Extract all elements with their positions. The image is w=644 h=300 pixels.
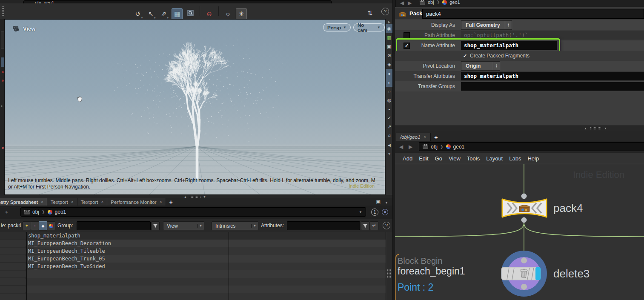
menu-help[interactable]: Help: [527, 155, 539, 162]
transfer-groups-field[interactable]: [461, 82, 644, 91]
viewport-3d[interactable]: View Persp▼ No cam▼ Left mouse tumbles. …: [4, 19, 385, 195]
path-attribute-field[interactable]: op:`opfullpath('.')`: [461, 31, 644, 40]
help-icon[interactable]: ?: [381, 8, 389, 15]
menu-layout[interactable]: Layout: [486, 155, 503, 162]
attributes-label: Attributes:: [261, 223, 284, 229]
intrinsics-select[interactable]: Intrinsics▼: [212, 221, 258, 230]
settings-gear-icon[interactable]: ✳: [236, 8, 247, 20]
row-handle[interactable]: [0, 263, 26, 270]
back-icon[interactable]: ◀: [400, 0, 404, 6]
crumb-parent[interactable]: obj: [32, 209, 39, 215]
transform-tool-icon[interactable]: ⇗▾: [159, 9, 169, 20]
primitives-mode-icon[interactable]: ◆: [39, 221, 47, 230]
crumb-parent[interactable]: obj: [431, 144, 438, 150]
network-path-field[interactable]: obj ❯ geo1: [419, 142, 644, 151]
apply-arrow-icon[interactable]: ↵: [370, 221, 378, 230]
spreadsheet-path-bar: ➧ obj ❯ geo1 ▼ 1: [0, 206, 392, 220]
rail-highlight-fragment[interactable]: [1, 57, 4, 67]
param-row-path-attribute: Path Attribute op:`opfullpath('.')`: [395, 30, 644, 40]
attributes-input[interactable]: [287, 221, 360, 230]
transfer-attributes-field[interactable]: shop_materialpath: [461, 72, 644, 80]
delete-node-shape[interactable]: [501, 267, 541, 280]
tab-performance-monitor[interactable]: Performance Monitor×: [107, 198, 166, 206]
point-marker-icon[interactable]: •: [386, 105, 393, 114]
jump-arrow-icon[interactable]: ➧: [4, 209, 9, 215]
spinner-arrows[interactable]: ▲▼: [505, 21, 512, 29]
tab-geometry-spreadsheet[interactable]: Geometry Spreadsheet×: [0, 198, 47, 206]
row-handle[interactable]: [0, 240, 26, 247]
path-parent[interactable]: obj: [428, 0, 434, 5]
pane-maximize-icon[interactable]: ▣: [376, 199, 381, 205]
rail-more-icon[interactable]: ▾: [386, 149, 393, 158]
menu-labs[interactable]: Labs: [509, 155, 521, 162]
vertex-mode-icon[interactable]: •: [31, 221, 39, 230]
node-name-field[interactable]: pack4: [422, 9, 644, 19]
row-handle[interactable]: [0, 286, 26, 293]
close-icon[interactable]: ×: [160, 200, 162, 204]
view-count-badge[interactable]: 1: [371, 209, 378, 216]
sheet-scroll-grip[interactable]: [387, 269, 391, 278]
close-icon[interactable]: ×: [41, 200, 43, 204]
character-pick-icon[interactable]: ◍: [386, 96, 393, 105]
menu-add[interactable]: Add: [403, 155, 412, 162]
points-mode-icon[interactable]: ✦: [23, 221, 31, 230]
close-icon[interactable]: ×: [424, 134, 426, 139]
row-handle[interactable]: [0, 248, 26, 254]
pivot-dropdown[interactable]: Origin ▲▼: [461, 61, 500, 71]
view-tool-icon[interactable]: ↺▾: [133, 9, 143, 20]
point-numbers-icon[interactable]: ¹²: [386, 131, 393, 140]
group-filter-icon[interactable]: [151, 221, 160, 230]
tab-textport-2[interactable]: Textport×: [77, 198, 108, 206]
add-network-tab-button[interactable]: +: [431, 134, 441, 141]
perspective-menu[interactable]: Persp▼: [323, 23, 351, 31]
menu-edit[interactable]: Edit: [419, 155, 428, 162]
row-handle[interactable]: [0, 278, 26, 285]
flag-icon[interactable]: ◄: [386, 140, 393, 149]
display-options-icon[interactable]: ☼: [223, 9, 233, 20]
row-handle[interactable]: [0, 271, 26, 277]
path-field[interactable]: obj ❯ geo1 ▼: [20, 207, 366, 217]
column-header[interactable]: shop_materialpath: [27, 232, 386, 240]
vector-icon[interactable]: ↗: [386, 123, 393, 131]
select-tool-icon[interactable]: ↖▾: [146, 9, 156, 20]
add-tab-button[interactable]: +: [166, 199, 176, 206]
crumb-node[interactable]: geo1: [55, 209, 66, 215]
display-as-dropdown[interactable]: Full Geometry ▲▼: [461, 20, 512, 30]
pane-menu-icon[interactable]: ▼: [385, 201, 388, 205]
view-select[interactable]: View▼: [163, 221, 204, 230]
spinner-arrows[interactable]: ▲▼: [493, 62, 500, 70]
menu-go[interactable]: Go: [435, 155, 442, 162]
close-icon[interactable]: ×: [101, 200, 103, 204]
row-handle[interactable]: [0, 255, 26, 262]
close-icon[interactable]: ×: [71, 200, 74, 204]
crumb-node[interactable]: geo1: [453, 144, 465, 150]
light-off-icon[interactable]: ⊗: [386, 51, 393, 60]
box-zoom-icon[interactable]: [186, 8, 196, 19]
forward-icon[interactable]: ▶: [408, 0, 412, 6]
attributes-filter-icon[interactable]: [361, 221, 369, 230]
create-packed-checkbox[interactable]: ✓: [462, 53, 468, 59]
menu-view[interactable]: View: [449, 155, 461, 162]
snapping-disabled-icon[interactable]: ⊖: [204, 9, 215, 20]
network-editor[interactable]: Indie Edition: [395, 164, 644, 300]
pack-node-label: pack4: [553, 202, 583, 215]
row-handle[interactable]: [0, 294, 26, 300]
sort-order-icon[interactable]: ⇅: [365, 8, 375, 19]
menu-tools[interactable]: Tools: [467, 155, 480, 162]
name-attribute-field[interactable]: shop_materialpath: [461, 41, 557, 50]
chevron-down-icon[interactable]: ▼: [359, 210, 362, 214]
current-node-label: le: pack4: [1, 223, 21, 229]
network-tab[interactable]: /obj/geo1×: [396, 133, 431, 141]
tab-textport-1[interactable]: Textport×: [47, 198, 77, 206]
help-icon[interactable]: ?: [383, 222, 390, 229]
show-packed-icon[interactable]: ▦: [172, 8, 183, 20]
back-icon[interactable]: ◀: [399, 144, 403, 150]
forward-icon[interactable]: ▶: [409, 144, 412, 150]
normals-icon[interactable]: ✓: [386, 114, 393, 123]
row-handle[interactable]: [0, 232, 26, 239]
follow-target-icon[interactable]: [382, 209, 388, 215]
path-node[interactable]: geo1: [449, 0, 460, 5]
detail-mode-icon[interactable]: [47, 221, 55, 230]
group-input[interactable]: [77, 221, 151, 230]
toolbar-drag-handle[interactable]: [2, 6, 4, 16]
